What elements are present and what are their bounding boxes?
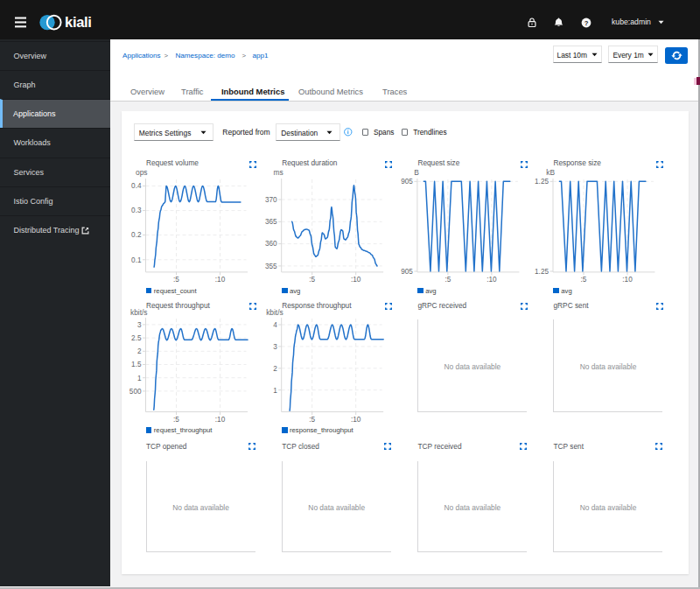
svg-text:0.3: 0.3	[131, 207, 142, 214]
svg-text:4: 4	[273, 321, 277, 329]
svg-text::5: :5	[309, 416, 315, 424]
svg-text:0.4: 0.4	[131, 182, 142, 190]
svg-text:355: 355	[265, 263, 277, 270]
svg-text:905: 905	[401, 178, 413, 186]
svg-text:905: 905	[401, 268, 413, 276]
svg-text::5: :5	[309, 276, 315, 284]
svg-text::5: :5	[173, 416, 179, 424]
svg-text:1.25: 1.25	[535, 268, 549, 276]
svg-text::10: :10	[351, 276, 361, 284]
svg-text:370: 370	[265, 196, 277, 204]
svg-text:1: 1	[273, 387, 277, 395]
svg-text:kbit/s: kbit/s	[130, 308, 148, 317]
svg-text:360: 360	[265, 240, 277, 248]
svg-text:3: 3	[273, 343, 277, 351]
svg-text::5: :5	[444, 276, 451, 284]
svg-text:B: B	[414, 168, 419, 177]
svg-text::10: :10	[351, 416, 361, 424]
svg-text:3: 3	[137, 321, 142, 329]
svg-text:ms: ms	[274, 168, 284, 177]
svg-text:1.25: 1.25	[535, 178, 549, 186]
svg-text:kB: kB	[546, 168, 555, 177]
svg-text::10: :10	[215, 416, 226, 424]
svg-text:2: 2	[273, 365, 277, 373]
svg-text:1.5: 1.5	[131, 361, 142, 368]
svg-text::10: :10	[486, 276, 497, 284]
svg-text:0.1: 0.1	[131, 256, 142, 264]
svg-text::5: :5	[173, 276, 179, 284]
svg-text:kbit/s: kbit/s	[266, 308, 284, 317]
svg-text::10: :10	[215, 276, 226, 284]
svg-text::10: :10	[622, 276, 633, 284]
svg-text:365: 365	[265, 218, 277, 226]
svg-text:2: 2	[137, 347, 142, 355]
svg-text::5: :5	[581, 276, 587, 284]
svg-text:ops: ops	[136, 168, 148, 177]
svg-text:500: 500	[130, 388, 142, 396]
svg-text:0.2: 0.2	[131, 231, 142, 239]
svg-text:1: 1	[137, 375, 142, 382]
svg-text:2.5: 2.5	[131, 334, 142, 342]
svg-text:?: ?	[584, 19, 588, 27]
